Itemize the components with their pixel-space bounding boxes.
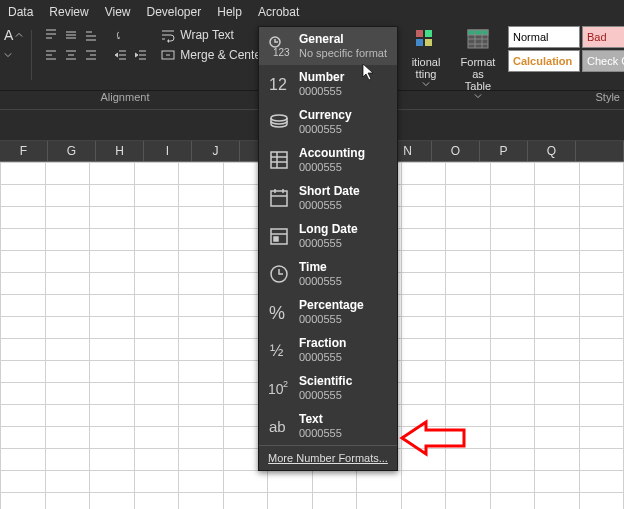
cell[interactable] <box>312 471 357 493</box>
cell[interactable] <box>1 251 46 273</box>
number-format-option-longdate[interactable]: Long Date 0000555 <box>259 217 397 255</box>
cell[interactable] <box>401 339 446 361</box>
align-right-button[interactable] <box>82 46 100 64</box>
cell[interactable] <box>490 449 535 471</box>
increase-indent-button[interactable] <box>132 46 150 64</box>
cell[interactable] <box>45 383 90 405</box>
cell[interactable] <box>401 295 446 317</box>
style-calculation[interactable]: Calculation <box>508 50 580 72</box>
cell[interactable] <box>90 185 135 207</box>
cell[interactable] <box>223 471 268 493</box>
number-format-option-text[interactable]: ab Text 0000555 <box>259 407 397 445</box>
cell[interactable] <box>1 207 46 229</box>
cell[interactable] <box>490 185 535 207</box>
number-format-option-currency[interactable]: Currency 0000555 <box>259 103 397 141</box>
decrease-indent-button[interactable] <box>112 46 130 64</box>
cell[interactable] <box>179 251 224 273</box>
cell[interactable] <box>90 229 135 251</box>
cell[interactable] <box>579 273 624 295</box>
cell[interactable] <box>90 471 135 493</box>
cell[interactable] <box>490 493 535 510</box>
cell[interactable] <box>312 493 357 510</box>
cell[interactable] <box>490 317 535 339</box>
cell[interactable] <box>134 273 179 295</box>
cell[interactable] <box>401 185 446 207</box>
cell[interactable] <box>490 427 535 449</box>
align-bottom-button[interactable] <box>82 26 100 44</box>
cell[interactable] <box>1 185 46 207</box>
cell[interactable] <box>179 229 224 251</box>
cell[interactable] <box>134 471 179 493</box>
cell[interactable] <box>401 273 446 295</box>
cell[interactable] <box>90 493 135 510</box>
cell[interactable] <box>579 405 624 427</box>
cell[interactable] <box>446 273 491 295</box>
number-format-option-scientific[interactable]: 102 Scientific 0000555 <box>259 369 397 407</box>
column-header[interactable]: P <box>480 141 528 161</box>
cell[interactable] <box>134 493 179 510</box>
number-format-option-percentage[interactable]: % Percentage 0000555 <box>259 293 397 331</box>
cell[interactable] <box>579 493 624 510</box>
cell[interactable] <box>90 251 135 273</box>
tab-view[interactable]: View <box>105 5 131 19</box>
cell[interactable] <box>45 185 90 207</box>
cell[interactable] <box>535 405 580 427</box>
cell[interactable] <box>1 493 46 510</box>
cell[interactable] <box>134 361 179 383</box>
cell[interactable] <box>535 251 580 273</box>
cell[interactable] <box>446 163 491 185</box>
cell[interactable] <box>90 361 135 383</box>
format-as-table-button[interactable]: Format as Table <box>454 26 502 100</box>
cell[interactable] <box>490 471 535 493</box>
cell[interactable] <box>535 471 580 493</box>
cell[interactable] <box>446 317 491 339</box>
cell[interactable] <box>134 163 179 185</box>
cell[interactable] <box>90 163 135 185</box>
cell[interactable] <box>535 295 580 317</box>
column-header[interactable]: F <box>0 141 48 161</box>
align-left-button[interactable] <box>42 46 60 64</box>
cell[interactable] <box>490 163 535 185</box>
cell[interactable] <box>1 427 46 449</box>
cell[interactable] <box>90 449 135 471</box>
tab-acrobat[interactable]: Acrobat <box>258 5 299 19</box>
cell[interactable] <box>134 185 179 207</box>
cell[interactable] <box>1 339 46 361</box>
cell[interactable] <box>535 273 580 295</box>
cell[interactable] <box>535 229 580 251</box>
cell[interactable] <box>45 273 90 295</box>
cell[interactable] <box>401 493 446 510</box>
cell[interactable] <box>45 471 90 493</box>
cell[interactable] <box>401 163 446 185</box>
column-header[interactable] <box>576 141 624 161</box>
cell[interactable] <box>1 449 46 471</box>
column-header[interactable]: Q <box>528 141 576 161</box>
cell[interactable] <box>179 207 224 229</box>
cell[interactable] <box>535 317 580 339</box>
cell[interactable] <box>490 339 535 361</box>
cell[interactable] <box>579 229 624 251</box>
cell[interactable] <box>1 163 46 185</box>
cell[interactable] <box>579 251 624 273</box>
cell[interactable] <box>90 405 135 427</box>
cell[interactable] <box>535 361 580 383</box>
cell[interactable] <box>90 207 135 229</box>
number-format-option-time[interactable]: Time 0000555 <box>259 255 397 293</box>
cell[interactable] <box>134 295 179 317</box>
cell[interactable] <box>90 427 135 449</box>
cell[interactable] <box>490 207 535 229</box>
cell[interactable] <box>579 185 624 207</box>
cell[interactable] <box>179 185 224 207</box>
cell[interactable] <box>401 383 446 405</box>
cell[interactable] <box>401 471 446 493</box>
cell[interactable] <box>45 163 90 185</box>
cell[interactable] <box>1 361 46 383</box>
cell[interactable] <box>579 163 624 185</box>
tab-developer[interactable]: Developer <box>147 5 202 19</box>
cell[interactable] <box>45 493 90 510</box>
cell[interactable] <box>446 471 491 493</box>
cell[interactable] <box>268 471 313 493</box>
align-center-button[interactable] <box>62 46 80 64</box>
column-header[interactable]: H <box>96 141 144 161</box>
cell[interactable] <box>179 383 224 405</box>
